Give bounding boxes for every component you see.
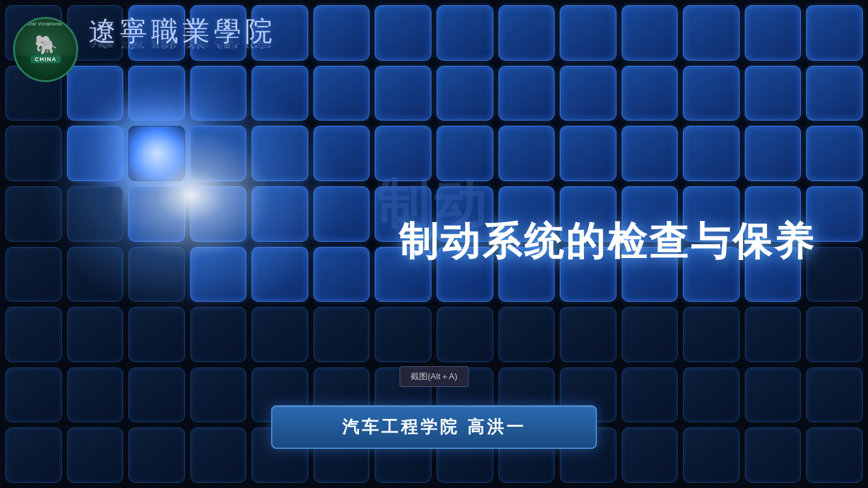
- grid-cell-glow: [128, 126, 185, 181]
- grid-cell: [375, 126, 431, 181]
- logo-ribbon: CHINA: [31, 55, 61, 63]
- grid-cell: [252, 126, 308, 181]
- grid-cell: [499, 5, 555, 61]
- grid-cell: [128, 367, 185, 423]
- grid-cell: [128, 427, 185, 483]
- grid-cell: [683, 307, 740, 362]
- author-button[interactable]: 汽车工程学院 高洪一: [271, 405, 597, 449]
- grid-cell: [375, 5, 431, 61]
- grid-cell: [5, 307, 62, 362]
- grid-cell: [5, 126, 62, 181]
- grid-cell: [683, 5, 740, 61]
- grid-cell: [806, 66, 863, 121]
- grid-cell: [313, 126, 370, 181]
- grid-cell: [190, 247, 247, 302]
- grid-cell: [67, 247, 124, 302]
- grid-cell: [745, 427, 802, 483]
- header: Agricultural Vocational College 🐘 CHINA …: [13, 13, 276, 86]
- grid-cell: [683, 427, 740, 483]
- grid-cell: [5, 427, 62, 483]
- grid-cell: [67, 186, 124, 242]
- grid-cell: [252, 307, 308, 362]
- grid-cell: [252, 247, 308, 302]
- grid-cell: [190, 307, 247, 362]
- grid-cell: [437, 5, 493, 61]
- grid-cell: [499, 126, 555, 181]
- grid-cell: [437, 66, 493, 121]
- grid-cell: [806, 307, 863, 362]
- grid-cell: [5, 247, 62, 302]
- grid-cell: [622, 427, 678, 483]
- grid-cell: [313, 186, 370, 242]
- grid-cell: [128, 186, 185, 242]
- grid-cell: [67, 367, 124, 423]
- grid-cell: [437, 307, 493, 362]
- grid-cell: [806, 5, 863, 61]
- grid-cell: [683, 66, 740, 121]
- grid-cell: [745, 307, 802, 362]
- grid-cell: [683, 367, 740, 423]
- grid-cell: [190, 186, 247, 242]
- grid-cell: [252, 186, 308, 242]
- grid-cell: [806, 126, 863, 181]
- main-title-container: 制动系统的检查与保养: [399, 218, 816, 265]
- school-name-reflection: 遼寧職業學院: [89, 36, 276, 51]
- screenshot-button[interactable]: 截图(Alt＋A): [399, 366, 469, 387]
- grid-cell: [67, 126, 124, 181]
- grid-cell: [499, 66, 555, 121]
- grid-cell: [5, 367, 62, 423]
- grid-cell: [313, 66, 370, 121]
- grid-cell: [560, 5, 616, 61]
- grid-cell: [806, 427, 863, 483]
- grid-cell: [622, 5, 678, 61]
- grid-cell: [313, 307, 370, 362]
- grid-cell: [437, 126, 493, 181]
- logo-arc-text: Agricultural Vocational College: [13, 22, 78, 26]
- grid-cell: [745, 5, 802, 61]
- grid-cell: [5, 186, 62, 242]
- grid-cell: [745, 126, 802, 181]
- grid-cell: [67, 427, 124, 483]
- grid-cell: [190, 367, 247, 423]
- grid-cell: [190, 126, 247, 181]
- grid-cell: [622, 307, 678, 362]
- grid-cell: [128, 307, 185, 362]
- grid-cell: [622, 66, 678, 121]
- grid-cell: [375, 307, 431, 362]
- elephant-icon: 🐘: [35, 36, 57, 54]
- school-name: 遼寧職業學院 遼寧職業學院: [89, 13, 276, 86]
- grid-cell: [313, 247, 370, 302]
- grid-cell: [560, 126, 616, 181]
- grid-cell: [499, 307, 555, 362]
- grid-cell: [622, 126, 678, 181]
- grid-cell: [190, 427, 247, 483]
- grid-cell: [128, 247, 185, 302]
- main-title-text: 制动系统的检查与保养: [399, 220, 816, 263]
- grid-cell: [683, 126, 740, 181]
- grid-cell: [622, 367, 678, 423]
- grid-cell: [67, 307, 124, 362]
- grid-cell: [806, 367, 863, 423]
- grid-cell: [745, 367, 802, 423]
- grid-cell: [560, 66, 616, 121]
- grid-cell: [375, 66, 431, 121]
- grid-cell: [560, 307, 616, 362]
- logo: Agricultural Vocational College 🐘 CHINA: [13, 17, 78, 82]
- grid-cell: [313, 5, 370, 61]
- grid-cell: [745, 66, 802, 121]
